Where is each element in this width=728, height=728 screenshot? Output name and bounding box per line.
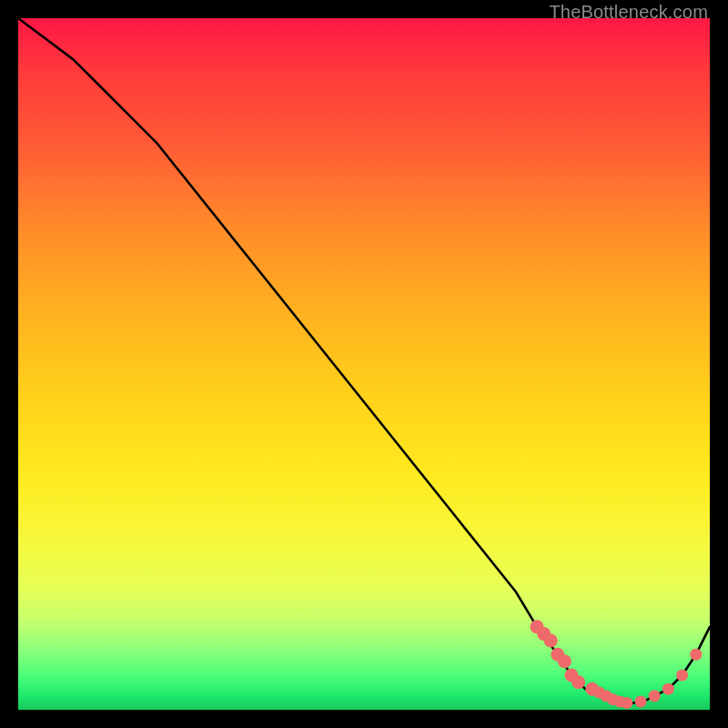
- chart-marker: [649, 690, 661, 702]
- chart-line: [18, 18, 710, 703]
- chart-svg: [18, 18, 710, 710]
- chart-marker: [558, 654, 571, 668]
- chart-marker: [635, 695, 647, 707]
- chart-plot-area: [18, 18, 710, 710]
- chart-marker: [690, 649, 702, 661]
- chart-marker: [621, 697, 632, 709]
- chart-marker: [544, 634, 558, 648]
- chart-frame: TheBottleneck.com: [0, 0, 728, 728]
- chart-marker: [676, 670, 688, 682]
- chart-markers: [531, 620, 703, 709]
- chart-marker: [662, 683, 674, 695]
- chart-marker: [571, 675, 585, 689]
